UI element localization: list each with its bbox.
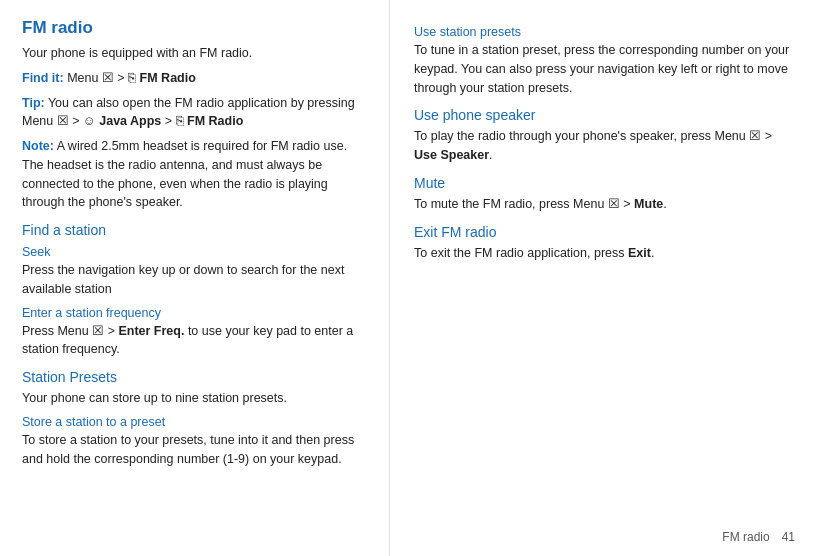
enter-freq-sub: Enter a station frequency — [22, 306, 369, 320]
mute-heading: Mute — [414, 175, 795, 191]
note-text: A wired 2.5mm headset is required for FM… — [22, 139, 347, 209]
tip-text: You can also open the FM radio applicati… — [22, 96, 355, 129]
find-label: Find it: — [22, 71, 64, 85]
seek-text: Press the navigation key up or down to s… — [22, 261, 369, 299]
mute-text: To mute the FM radio, press Menu ☒ > Mut… — [414, 195, 795, 214]
find-text: Menu ☒ > ⎘ FM Radio — [64, 71, 196, 85]
footer-page-number: 41 — [782, 530, 795, 544]
use-speaker-heading: Use phone speaker — [414, 107, 795, 123]
right-column: Use station presets To tune in a station… — [390, 0, 815, 556]
note-label: Note: — [22, 139, 54, 153]
use-presets-sub: Use station presets — [414, 25, 795, 39]
exit-heading: Exit FM radio — [414, 224, 795, 240]
find-it-para: Find it: Menu ☒ > ⎘ FM Radio — [22, 69, 369, 88]
station-presets-text: Your phone can store up to nine station … — [22, 389, 369, 408]
intro-para: Your phone is equipped with an FM radio. — [22, 44, 369, 63]
use-speaker-text: To play the radio through your phone's s… — [414, 127, 795, 165]
footer-label: FM radio — [722, 530, 769, 544]
left-column: FM radio Your phone is equipped with an … — [0, 0, 390, 556]
exit-text: To exit the FM radio application, press … — [414, 244, 795, 263]
store-text: To store a station to your presets, tune… — [22, 431, 369, 469]
note-para: Note: A wired 2.5mm headset is required … — [22, 137, 369, 212]
tip-label: Tip: — [22, 96, 45, 110]
enter-freq-text: Press Menu ☒ > Enter Freq. to use your k… — [22, 322, 369, 360]
station-presets-heading: Station Presets — [22, 369, 369, 385]
tip-para: Tip: You can also open the FM radio appl… — [22, 94, 369, 132]
find-station-heading: Find a station — [22, 222, 369, 238]
page-title: FM radio — [22, 18, 369, 38]
seek-sub: Seek — [22, 245, 369, 259]
store-sub: Store a station to a preset — [22, 415, 369, 429]
use-presets-text: To tune in a station preset, press the c… — [414, 41, 795, 97]
page-footer: FM radio 41 — [722, 530, 795, 544]
